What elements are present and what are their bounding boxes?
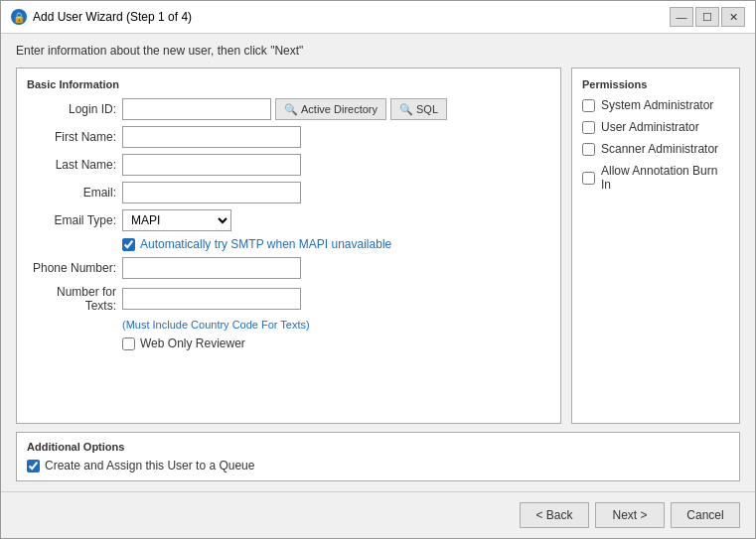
first-name-label: First Name: bbox=[27, 130, 116, 144]
phone-group: Phone Number: bbox=[27, 257, 550, 279]
annotation-burn-label[interactable]: Allow Annotation Burn In bbox=[601, 164, 729, 192]
sql-search-icon: 🔍 bbox=[399, 103, 413, 116]
text-number-input[interactable] bbox=[122, 288, 301, 310]
wizard-window: 🔒 Add User Wizard (Step 1 of 4) — ☐ ✕ En… bbox=[0, 0, 756, 539]
login-id-row: 🔍 Active Directory 🔍 SQL bbox=[122, 98, 447, 120]
login-id-group: Login ID: 🔍 Active Directory 🔍 SQL bbox=[27, 98, 550, 120]
country-code-note: (Must Include Country Code For Texts) bbox=[122, 319, 550, 331]
last-name-input[interactable] bbox=[122, 154, 301, 176]
web-only-label[interactable]: Web Only Reviewer bbox=[140, 337, 245, 350]
additional-options-section: Additional Options Create and Assign thi… bbox=[16, 432, 740, 481]
email-input[interactable] bbox=[122, 182, 301, 203]
cancel-button[interactable]: Cancel bbox=[671, 502, 740, 528]
content-area: Enter information about the new user, th… bbox=[1, 34, 755, 491]
user-admin-label[interactable]: User Administrator bbox=[601, 120, 699, 134]
email-type-label: Email Type: bbox=[27, 213, 116, 227]
queue-checkbox-label[interactable]: Create and Assign this User to a Queue bbox=[45, 459, 254, 472]
title-bar: 🔒 Add User Wizard (Step 1 of 4) — ☐ ✕ bbox=[1, 1, 755, 34]
window-icon: 🔒 bbox=[11, 9, 27, 25]
user-admin-checkbox[interactable] bbox=[582, 121, 595, 134]
basic-info-label: Basic Information bbox=[27, 78, 550, 90]
first-name-group: First Name: bbox=[27, 126, 550, 148]
login-id-input[interactable] bbox=[122, 98, 271, 120]
phone-input[interactable] bbox=[122, 257, 301, 279]
sql-button[interactable]: 🔍 SQL bbox=[390, 98, 447, 120]
window-controls: — ☐ ✕ bbox=[670, 7, 745, 27]
active-directory-button[interactable]: 🔍 Active Directory bbox=[275, 98, 386, 120]
next-button[interactable]: Next > bbox=[595, 502, 665, 528]
main-area: Basic Information Login ID: 🔍 Active Dir… bbox=[16, 67, 740, 424]
additional-options-label: Additional Options bbox=[27, 441, 729, 453]
permissions-label: Permissions bbox=[582, 78, 729, 90]
active-directory-label: Active Directory bbox=[301, 103, 378, 115]
permission-system-admin: System Administrator bbox=[582, 98, 729, 112]
search-icon: 🔍 bbox=[284, 103, 298, 116]
scanner-admin-label[interactable]: Scanner Administrator bbox=[601, 142, 718, 156]
email-type-select[interactable]: MAPI SMTP bbox=[122, 209, 231, 231]
email-type-group: Email Type: MAPI SMTP bbox=[27, 209, 550, 231]
maximize-button[interactable]: ☐ bbox=[695, 7, 719, 27]
queue-checkbox-row: Create and Assign this User to a Queue bbox=[27, 459, 729, 472]
sql-label: SQL bbox=[416, 103, 438, 115]
email-label: Email: bbox=[27, 186, 116, 200]
permissions-panel: Permissions System Administrator User Ad… bbox=[571, 67, 740, 424]
back-button[interactable]: < Back bbox=[520, 502, 589, 528]
web-only-checkbox[interactable] bbox=[122, 337, 135, 350]
text-number-label: Number for Texts: bbox=[27, 285, 116, 313]
permission-scanner-admin: Scanner Administrator bbox=[582, 142, 729, 156]
system-admin-label[interactable]: System Administrator bbox=[601, 98, 713, 112]
minimize-button[interactable]: — bbox=[670, 7, 693, 27]
subtitle-text: Enter information about the new user, th… bbox=[16, 44, 740, 58]
smtp-checkbox-label[interactable]: Automatically try SMTP when MAPI unavail… bbox=[140, 237, 391, 251]
window-title: Add User Wizard (Step 1 of 4) bbox=[33, 10, 670, 24]
email-type-row: MAPI SMTP bbox=[122, 209, 231, 231]
basic-info-panel: Basic Information Login ID: 🔍 Active Dir… bbox=[16, 67, 561, 424]
email-group: Email: bbox=[27, 182, 550, 203]
queue-checkbox[interactable] bbox=[27, 460, 40, 472]
web-only-checkbox-row: Web Only Reviewer bbox=[122, 337, 550, 350]
close-button[interactable]: ✕ bbox=[721, 7, 745, 27]
text-number-group: Number for Texts: bbox=[27, 285, 550, 313]
last-name-group: Last Name: bbox=[27, 154, 550, 176]
smtp-checkbox-row: Automatically try SMTP when MAPI unavail… bbox=[122, 237, 550, 251]
phone-label: Phone Number: bbox=[27, 261, 116, 275]
last-name-label: Last Name: bbox=[27, 158, 116, 172]
first-name-input[interactable] bbox=[122, 126, 301, 148]
permission-annotation-burn: Allow Annotation Burn In bbox=[582, 164, 729, 192]
annotation-burn-checkbox[interactable] bbox=[582, 172, 595, 185]
footer: < Back Next > Cancel bbox=[1, 491, 755, 538]
scanner-admin-checkbox[interactable] bbox=[582, 143, 595, 156]
permission-user-admin: User Administrator bbox=[582, 120, 729, 134]
smtp-checkbox[interactable] bbox=[122, 238, 135, 251]
login-id-label: Login ID: bbox=[27, 102, 116, 116]
system-admin-checkbox[interactable] bbox=[582, 99, 595, 112]
